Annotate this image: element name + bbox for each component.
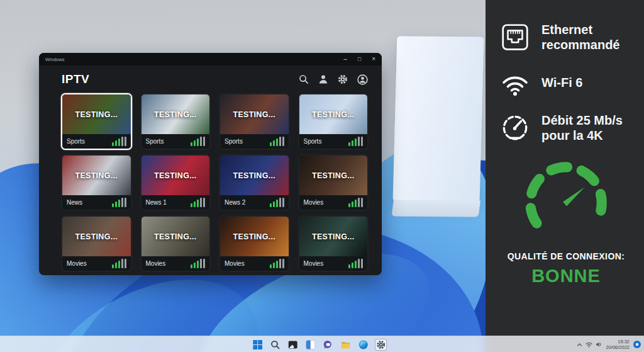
- signal-strength-icon: [348, 137, 363, 146]
- signal-strength-icon: [112, 137, 126, 146]
- iptv-app-window: Windows – □ × IPTV: [39, 53, 382, 275]
- notification-badge[interactable]: [633, 341, 641, 348]
- ethernet-icon: [499, 21, 531, 53]
- tray-network-icon[interactable]: [586, 341, 592, 348]
- channel-category-label: News: [67, 199, 82, 206]
- channel-overlay-text: TESTING...: [220, 217, 289, 256]
- channel-info-bar: Movies: [142, 256, 210, 271]
- explorer-icon[interactable]: [340, 339, 352, 351]
- search-icon[interactable]: [299, 74, 309, 84]
- channel-thumbnail: TESTING...: [62, 94, 131, 134]
- channel-tile[interactable]: TESTING... Movies: [61, 215, 132, 272]
- edge-icon[interactable]: [357, 339, 369, 351]
- channel-tile[interactable]: TESTING... Movies: [298, 215, 369, 272]
- channel-overlay-text: TESTING...: [299, 217, 368, 256]
- close-button[interactable]: ×: [372, 56, 375, 62]
- feature-text: Wi-Fi 6: [541, 75, 582, 90]
- system-tray[interactable]: 15:32 20/06/2022: [577, 336, 641, 352]
- channel-thumbnail: TESTING...: [220, 94, 289, 134]
- app-header: IPTV: [39, 65, 382, 93]
- channel-category-label: Movies: [146, 260, 166, 267]
- channel-overlay-text: TESTING...: [220, 94, 289, 134]
- channel-tile[interactable]: TESTING... News 2: [219, 154, 290, 211]
- channel-thumbnail: TESTING...: [299, 94, 368, 134]
- signal-strength-icon: [191, 137, 205, 146]
- window-titlebar[interactable]: Windows – □ ×: [39, 53, 382, 65]
- wallpaper-card-shape: [393, 36, 484, 202]
- channel-tile[interactable]: TESTING... News 1: [140, 154, 211, 211]
- signal-strength-icon: [348, 259, 363, 268]
- channel-overlay-text: TESTING...: [142, 217, 210, 256]
- channel-tile[interactable]: TESTING... Movies: [140, 215, 211, 272]
- channel-tile[interactable]: TESTING... News: [61, 154, 132, 211]
- channel-category-label: Sports: [146, 138, 164, 145]
- channel-overlay-text: TESTING...: [220, 156, 289, 195]
- desktop: Windows – □ × IPTV: [0, 0, 644, 352]
- app-title: IPTV: [62, 72, 89, 86]
- channel-tile[interactable]: TESTING... Movies: [219, 215, 290, 272]
- channel-tile[interactable]: TESTING... Sports: [219, 93, 290, 150]
- start-icon[interactable]: [252, 339, 264, 351]
- user-icon[interactable]: [318, 74, 328, 84]
- channel-category-label: News 2: [225, 199, 245, 206]
- channel-overlay-text: TESTING...: [62, 94, 131, 134]
- wifi-icon: [499, 69, 531, 96]
- channel-overlay-text: TESTING...: [62, 217, 131, 256]
- signal-strength-icon: [270, 198, 284, 207]
- channel-thumbnail: TESTING...: [220, 217, 289, 256]
- channel-info-bar: Sports: [299, 134, 368, 149]
- account-icon[interactable]: [357, 74, 368, 85]
- chat-icon[interactable]: [322, 339, 334, 351]
- channel-thumbnail: TESTING...: [299, 217, 368, 256]
- channel-category-label: Sports: [225, 138, 243, 145]
- channel-thumbnail: TESTING...: [62, 156, 131, 195]
- channel-overlay-text: TESTING...: [142, 94, 210, 134]
- signal-strength-icon: [270, 259, 284, 268]
- channel-overlay-text: TESTING...: [142, 156, 210, 195]
- channel-tile[interactable]: TESTING... Sports: [140, 93, 211, 150]
- tray-time: 15:32: [606, 339, 630, 344]
- app-icon[interactable]: [287, 339, 299, 351]
- channel-info-bar: Sports: [220, 134, 289, 149]
- channel-info-bar: News 2: [220, 195, 289, 210]
- channel-thumbnail: TESTING...: [299, 156, 368, 195]
- channel-tile[interactable]: TESTING... Movies: [298, 154, 369, 211]
- channel-thumbnail: TESTING...: [142, 94, 210, 134]
- signal-strength-icon: [191, 259, 205, 268]
- search-icon[interactable]: [269, 339, 281, 351]
- channel-tile[interactable]: TESTING... Sports: [298, 93, 369, 150]
- minimize-button[interactable]: –: [343, 56, 347, 62]
- channel-thumbnail: TESTING...: [220, 156, 289, 195]
- channel-category-label: Sports: [304, 138, 322, 145]
- tray-date: 20/06/2022: [606, 344, 630, 350]
- quality-label: QUALITÉ DE CONNEXION:: [498, 251, 634, 261]
- channel-category-label: Movies: [67, 260, 87, 267]
- feature-ethernet: Ethernet recommandé: [498, 21, 634, 53]
- channel-info-bar: Movies: [299, 256, 368, 271]
- channel-info-bar: Movies: [62, 256, 131, 271]
- channel-category-label: Movies: [225, 260, 245, 267]
- channel-tile[interactable]: TESTING... Sports: [61, 93, 132, 150]
- signal-strength-icon: [191, 198, 205, 207]
- channel-info-bar: News 1: [142, 195, 210, 210]
- channel-info-bar: News: [62, 195, 131, 210]
- network-info-panel: Ethernet recommandé Wi-Fi 6: [486, 0, 644, 352]
- settings-icon[interactable]: [375, 339, 387, 351]
- tray-volume-icon[interactable]: [596, 341, 602, 348]
- maximize-button[interactable]: □: [358, 57, 361, 62]
- settings-icon[interactable]: [338, 74, 348, 84]
- widgets-icon[interactable]: [304, 339, 316, 351]
- channel-info-bar: Sports: [142, 134, 210, 149]
- connection-gauge: [518, 159, 614, 242]
- channel-overlay-text: TESTING...: [299, 94, 368, 134]
- tray-clock[interactable]: 15:32 20/06/2022: [606, 339, 630, 351]
- channel-category-label: Movies: [304, 260, 324, 267]
- signal-strength-icon: [112, 198, 126, 207]
- quality-value: BONNE: [498, 266, 634, 287]
- signal-strength-icon: [270, 137, 284, 146]
- speedometer-icon: [499, 112, 531, 144]
- channel-grid: TESTING... Sports TESTING... Sports TEST…: [61, 93, 369, 272]
- feature-speed: Débit 25 Mb/s pour la 4K: [498, 112, 634, 144]
- tray-chevron-icon[interactable]: [577, 342, 582, 348]
- channel-thumbnail: TESTING...: [62, 217, 131, 256]
